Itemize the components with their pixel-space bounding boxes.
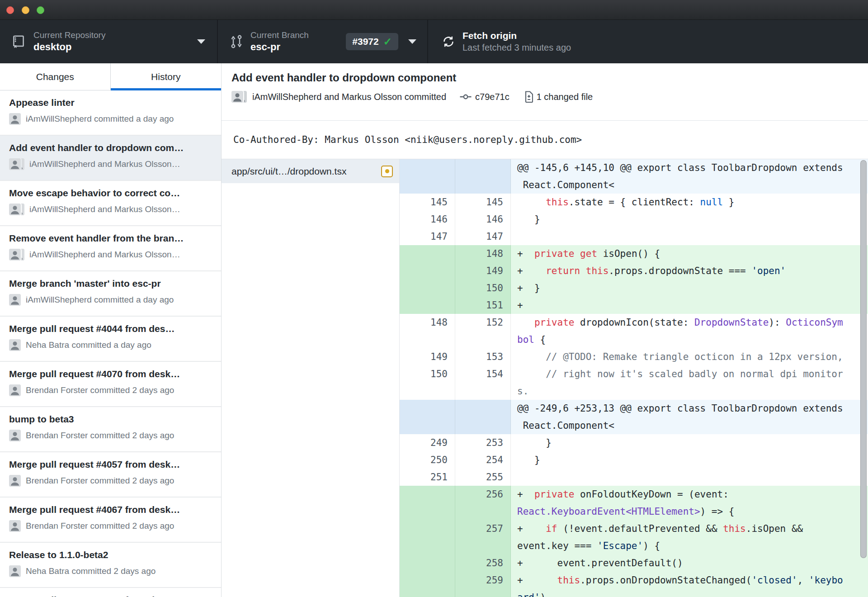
- avatar: [9, 294, 21, 306]
- title-bar: [0, 0, 868, 20]
- new-line-number: 145: [455, 194, 511, 211]
- new-line-number: 259: [455, 572, 511, 597]
- tab-history[interactable]: History: [111, 63, 222, 90]
- current-repository-label: Current Repository: [33, 30, 105, 41]
- old-line-number: 250: [400, 451, 455, 469]
- commit-item-meta: iAmWillShepherd and Markus Olsson…: [29, 250, 180, 260]
- old-line-number: 145: [400, 194, 455, 211]
- commit-list-item[interactable]: Merge pull request #4067 from desk…Brend…: [0, 498, 221, 543]
- old-line-number: [400, 245, 455, 262]
- commit-item-title: Merge pull request #4072 from des…: [9, 595, 213, 597]
- tab-changes[interactable]: Changes: [0, 63, 111, 90]
- commit-item-meta: Brendan Forster committed 2 days ago: [26, 521, 174, 531]
- old-line-number: [400, 400, 455, 434]
- commit-description: Co-Authored-By: Markus Olsson <niik@user…: [222, 121, 868, 159]
- modified-file-icon: [381, 166, 393, 177]
- commit-list-item[interactable]: Release to 1.1.0-beta2Neha Batra committ…: [0, 543, 221, 588]
- current-branch-value: esc-pr: [250, 41, 309, 53]
- commit-list-item[interactable]: Merge pull request #4072 from des…: [0, 588, 221, 597]
- commit-author-avatars: [231, 91, 247, 103]
- old-line-number: 150: [400, 365, 455, 400]
- new-line-number: 258: [455, 554, 511, 572]
- avatar: [9, 339, 21, 351]
- avatar: [9, 158, 21, 170]
- avatar: [9, 249, 21, 261]
- file-row[interactable]: app/src/ui/t…/dropdown.tsx: [222, 159, 399, 183]
- new-line-number: 153: [455, 348, 511, 365]
- old-line-number: [400, 297, 455, 314]
- avatar: [9, 384, 21, 396]
- new-line-number: 150: [455, 280, 511, 297]
- github-desktop-window: Current Repository desktop Current Branc…: [0, 0, 868, 597]
- avatar: [9, 430, 21, 441]
- current-repository-button[interactable]: Current Repository desktop: [0, 20, 217, 63]
- zoom-window-button[interactable]: [37, 6, 44, 14]
- pr-check-icon: ✓: [383, 37, 392, 47]
- diff-code-text: @@ -145,6 +145,10 @@ export class Toolba…: [511, 159, 868, 194]
- diff-added-line: 149+ return this.props.dropdownState ===…: [400, 262, 868, 280]
- diff-code-text: // right now it's scaled badly on normal…: [511, 365, 868, 400]
- close-window-button[interactable]: [6, 6, 14, 14]
- new-line-number: 255: [455, 469, 511, 486]
- commit-list-item[interactable]: bump to beta3Brendan Forster committed 2…: [0, 407, 221, 452]
- commit-detail-panel: Add event handler to dropdown component …: [222, 63, 868, 597]
- branch-icon: [230, 34, 243, 49]
- diff-context-line: 250254 }: [400, 451, 868, 469]
- diff-scrollbar[interactable]: [860, 160, 867, 558]
- old-line-number: 148: [400, 314, 455, 348]
- fetch-origin-label: Fetch origin: [462, 30, 571, 42]
- commit-item-title: Release to 1.1.0-beta2: [9, 550, 213, 560]
- chevron-down-icon: [197, 39, 205, 44]
- old-line-number: 249: [400, 434, 455, 451]
- commit-sha: c79e71c: [475, 92, 509, 102]
- commit-list-item[interactable]: Appease linteriAmWillShepherd committed …: [0, 90, 221, 136]
- last-fetched-text: Last fetched 3 minutes ago: [462, 42, 571, 53]
- commit-item-title: Move escape behavior to correct co…: [9, 188, 213, 199]
- diff-hunk-header: @@ -145,6 +145,10 @@ export class Toolba…: [400, 159, 868, 194]
- new-line-number: 257: [455, 520, 511, 554]
- diff-context-line: 249253 }: [400, 434, 868, 451]
- diff-code-text: // @TODO: Remake triangle octicon in a 1…: [511, 348, 868, 365]
- chevron-down-icon: [408, 39, 416, 44]
- minimize-window-button[interactable]: [22, 6, 29, 14]
- commit-item-title: bump to beta3: [9, 414, 213, 425]
- diff-added-line: 258+ event.preventDefault(): [400, 554, 868, 572]
- commit-item-meta: Brendan Forster committed 2 days ago: [26, 431, 174, 441]
- commit-list-item[interactable]: Merge pull request #4057 from desk…Brend…: [0, 452, 221, 498]
- commit-authors-text: iAmWillShepherd and Markus Olsson commit…: [252, 92, 446, 102]
- diff-code-text: }: [511, 211, 868, 228]
- diff-code-text: + }: [511, 280, 868, 297]
- fetch-origin-button[interactable]: Fetch origin Last fetched 3 minutes ago: [427, 20, 638, 63]
- pr-number-badge[interactable]: #3972 ✓: [346, 33, 398, 50]
- commit-item-title: Merge branch 'master' into esc-pr: [9, 278, 213, 289]
- diff-code-text: private dropdownIcon(state: DropdownStat…: [511, 314, 868, 348]
- avatar: [9, 204, 21, 215]
- diff-context-line: 145145 this.state = { clientRect: null }: [400, 194, 868, 211]
- new-line-number: 154: [455, 365, 511, 400]
- commit-list-item[interactable]: Merge pull request #4070 from desk…Brend…: [0, 362, 221, 407]
- commit-item-title: Remove event handler from the bran…: [9, 233, 213, 244]
- old-line-number: [400, 262, 455, 280]
- commit-list-item[interactable]: Merge branch 'master' into esc-priAmWill…: [0, 271, 221, 317]
- current-repository-value: desktop: [33, 41, 105, 53]
- commit-list-item[interactable]: Move escape behavior to correct co…iAmWi…: [0, 181, 221, 226]
- current-branch-button[interactable]: Current Branch esc-pr #3972 ✓: [217, 20, 427, 63]
- commit-list: Appease linteriAmWillShepherd committed …: [0, 90, 221, 597]
- old-line-number: 251: [400, 469, 455, 486]
- commit-item-meta: iAmWillShepherd and Markus Olsson…: [29, 159, 180, 169]
- new-line-number: [455, 400, 511, 434]
- commit-list-item[interactable]: Remove event handler from the bran…iAmWi…: [0, 226, 221, 271]
- commit-item-title: Merge pull request #4057 from desk…: [9, 459, 213, 470]
- commit-list-item[interactable]: Add event handler to dropdown com…iAmWil…: [0, 136, 221, 181]
- diff-code-text: + private onFoldoutKeyDown = (event: Rea…: [511, 486, 868, 520]
- old-line-number: [400, 280, 455, 297]
- diff-code-text: + this.props.onDropdownStateChanged('clo…: [511, 572, 868, 597]
- current-branch-label: Current Branch: [250, 30, 309, 41]
- commit-item-meta: iAmWillShepherd committed a day ago: [26, 114, 174, 124]
- commit-item-meta: Brendan Forster committed 2 days ago: [26, 476, 174, 486]
- new-line-number: [455, 159, 511, 194]
- commit-list-item[interactable]: Merge pull request #4044 from des…Neha B…: [0, 317, 221, 362]
- avatar: [9, 520, 21, 532]
- file-path: app/src/ui/t…/dropdown.tsx: [231, 166, 377, 177]
- commit-item-title: Appease linter: [9, 97, 213, 108]
